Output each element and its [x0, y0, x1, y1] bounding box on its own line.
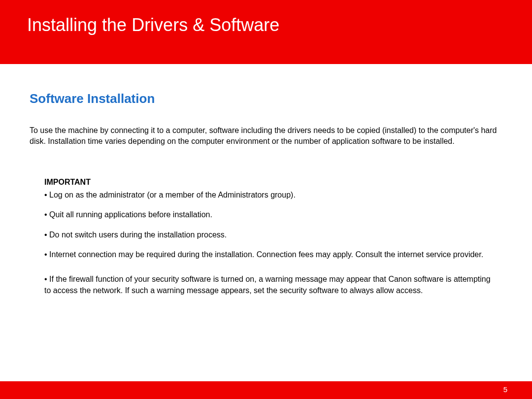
important-item: • Quit all running applications before i…	[44, 209, 498, 220]
important-block: IMPORTANT • Log on as the administrator …	[30, 178, 502, 296]
page-number: 5	[503, 385, 507, 394]
footer-bar: 5	[0, 381, 532, 399]
important-item: • If the firewall function of your secur…	[44, 274, 498, 296]
section-heading: Software Installation	[30, 91, 502, 106]
important-item: • Do not switch users during the install…	[44, 230, 498, 240]
intro-text: To use the machine by connecting it to a…	[30, 125, 502, 147]
content-area: Software Installation To use the machine…	[0, 64, 532, 296]
important-item: • Log on as the administrator (or a memb…	[44, 190, 498, 200]
header-bar: Installing the Drivers & Software	[0, 0, 532, 64]
page-title: Installing the Drivers & Software	[27, 15, 532, 35]
important-label: IMPORTANT	[44, 178, 498, 187]
important-item: • Internet connection may be required du…	[44, 249, 498, 260]
